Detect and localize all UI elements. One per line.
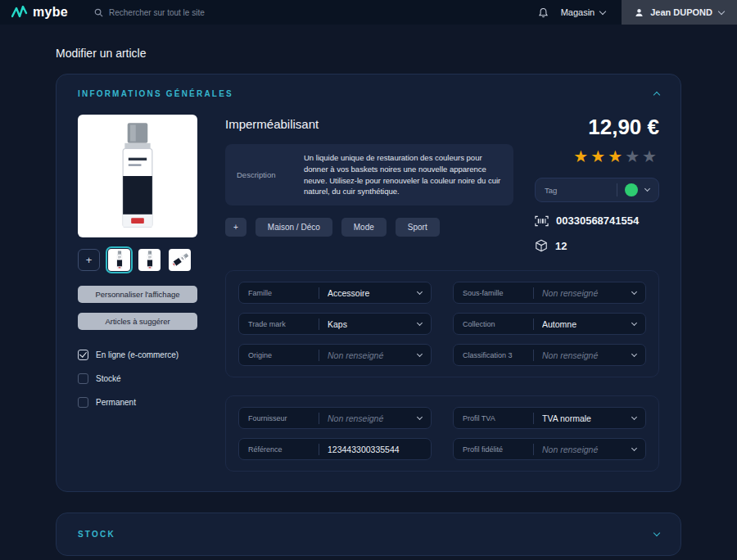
field-sous-famille[interactable]: Sous-famille Non renseigné — [453, 282, 646, 304]
divider — [533, 287, 534, 299]
chevron-down-icon — [631, 445, 637, 450]
general-info-header[interactable]: INFORMATIONS GÉNÉRALES — [78, 89, 659, 98]
divider — [533, 413, 534, 424]
field-famille[interactable]: Famille Accessoire — [238, 282, 432, 304]
field-label: Référence — [248, 445, 310, 454]
field-value: Automne — [542, 319, 624, 329]
divider — [319, 318, 319, 330]
field-profil-tva[interactable]: Profil TVA TVA normale — [453, 407, 646, 429]
field-fournisseur[interactable]: Fournisseur Non renseigné — [238, 407, 432, 429]
add-category-button[interactable]: + — [225, 218, 246, 237]
tag-dropdown[interactable]: Tag — [535, 178, 659, 202]
brand-logo[interactable]: mybe — [11, 5, 68, 20]
bell-icon — [539, 7, 548, 18]
chevron-down-icon — [631, 350, 637, 356]
divider — [533, 350, 534, 361]
field-value: Non renseigné — [542, 350, 624, 360]
field-value: Non renseigné — [542, 288, 624, 298]
section-title: STOCK — [78, 530, 115, 539]
field-origine[interactable]: Origine Non renseigné — [238, 344, 432, 366]
field-label: Profil fidélité — [463, 445, 525, 454]
checkbox-online[interactable]: En ligne (e-commerce) — [78, 350, 201, 360]
divider — [617, 183, 617, 196]
thumbnail-strip: + — [78, 249, 201, 271]
thumbnail-3[interactable] — [169, 249, 191, 271]
field-trade-mark[interactable]: Trade mark Kaps — [238, 313, 432, 335]
checkbox-icon[interactable] — [78, 350, 88, 360]
add-photo-button[interactable]: + — [78, 249, 100, 271]
chevron-down-icon — [631, 413, 637, 419]
star-icon[interactable]: ★ — [642, 147, 659, 165]
checkbox-label: En ligne (e-commerce) — [96, 350, 179, 359]
topbar: mybe Magasin Jean DUPOND — [0, 0, 737, 25]
divider — [319, 413, 319, 424]
pulse-logo-icon — [11, 6, 28, 19]
field-label: Famille — [248, 289, 310, 297]
search-icon — [94, 8, 103, 17]
divider — [319, 350, 319, 361]
stock-card: STOCK — [56, 513, 681, 556]
package-count: 12 — [555, 240, 567, 252]
customize-display-button[interactable]: Personnaliser l'affichage — [78, 286, 197, 303]
product-price: 12,90 € — [535, 115, 659, 140]
page-title: Modifier un article — [56, 47, 681, 60]
field-reference[interactable]: Référence 123443300335544 — [238, 438, 432, 460]
section-title: INFORMATIONS GÉNÉRALES — [78, 89, 233, 98]
chevron-down-icon[interactable] — [653, 530, 660, 536]
suggest-articles-button[interactable]: Articles à suggérer — [78, 313, 197, 330]
topbar-right: Magasin Jean DUPOND — [539, 0, 737, 25]
chevron-up-icon[interactable] — [653, 92, 660, 98]
chevron-down-icon — [644, 186, 650, 192]
star-icon[interactable]: ★ — [608, 147, 625, 165]
checkbox-permanent[interactable]: Permanent — [78, 397, 201, 408]
checkbox-stocked[interactable]: Stocké — [78, 373, 201, 384]
checkbox-icon[interactable] — [78, 397, 88, 408]
field-value: Non renseigné — [328, 350, 409, 360]
field-profil-fidelite[interactable]: Profil fidélité Non renseigné — [453, 438, 646, 460]
store-selector[interactable]: Magasin — [561, 7, 606, 17]
price-column: 12,90 € ★★★★★ Tag — [535, 115, 659, 252]
checkbox-icon[interactable] — [78, 373, 88, 384]
category-chip[interactable]: Maison / Déco — [255, 218, 332, 237]
classification-group: Famille Accessoire Sous-famille Non rens… — [225, 270, 659, 377]
rating-stars[interactable]: ★★★★★ — [535, 147, 659, 166]
field-label: Sous-famille — [463, 289, 525, 297]
chevron-down-icon — [599, 7, 606, 14]
field-label: Collection — [463, 320, 525, 328]
field-collection[interactable]: Collection Automne — [453, 313, 646, 335]
user-name: Jean DUPOND — [650, 7, 712, 17]
barcode-icon — [535, 215, 549, 227]
tag-label: Tag — [545, 186, 609, 195]
search-input[interactable] — [109, 8, 289, 17]
thumbnail-1[interactable] — [108, 249, 130, 271]
description-field[interactable]: Description Un liquide unique de restaur… — [225, 144, 513, 205]
category-chip[interactable]: Mode — [341, 218, 387, 237]
stock-header[interactable]: STOCK — [78, 530, 659, 539]
field-label: Origine — [248, 351, 310, 359]
chevron-down-icon — [417, 319, 423, 325]
field-value: Accessoire — [328, 288, 409, 298]
field-value: Kaps — [328, 319, 409, 329]
category-chip[interactable]: Sport — [396, 218, 440, 237]
tag-color-dot — [625, 183, 638, 196]
field-label: Fournisseur — [248, 414, 310, 422]
star-icon[interactable]: ★ — [590, 147, 608, 165]
checkbox-label: Permanent — [96, 398, 136, 407]
divider — [533, 318, 534, 330]
divider — [319, 444, 319, 455]
field-classification-3[interactable]: Classification 3 Non renseigné — [453, 344, 646, 366]
package-row: 12 — [535, 239, 659, 252]
user-menu[interactable]: Jean DUPOND — [622, 0, 737, 25]
star-icon[interactable]: ★ — [573, 147, 590, 165]
description-label: Description — [237, 170, 291, 179]
notifications-button[interactable] — [539, 7, 548, 18]
product-info-column: Imperméabilisant Description Un liquide … — [225, 115, 513, 252]
product-media-column: + Personnaliser l'affichage Articles à s… — [78, 115, 201, 472]
brand-name: mybe — [33, 5, 68, 20]
thumbnail-2[interactable] — [138, 249, 161, 271]
general-info-card: INFORMATIONS GÉNÉRALES + — [56, 74, 681, 492]
chevron-down-icon — [417, 288, 423, 294]
field-label: Classification 3 — [463, 351, 525, 359]
star-icon[interactable]: ★ — [625, 147, 642, 165]
chevron-down-icon — [417, 350, 423, 356]
